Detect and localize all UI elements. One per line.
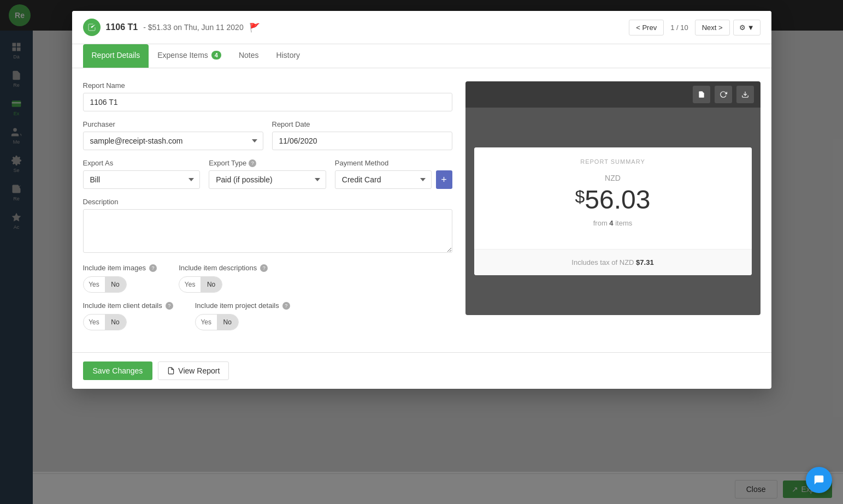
preview-download-button[interactable] [736,86,754,103]
report-card-header: REPORT SUMMARY NZD $56.03 from 4 items [474,147,752,250]
export-row: Export As BillInvoiceJournal Export Type… [83,159,452,198]
export-as-col: Export As BillInvoiceJournal [83,159,201,198]
purchaser-select[interactable]: sample@receipt-stash.com [83,132,263,150]
payment-method-col: Payment Method Credit CardCashBank Trans… [335,159,452,198]
purchaser-col: Purchaser sample@receipt-stash.com [83,120,263,159]
modal-body: Report Name Purchaser sample@receipt-sta… [72,68,771,352]
gear-dropdown-icon: ▼ [747,23,754,32]
chat-button[interactable] [806,467,832,493]
export-type-label: Export Type ? [209,159,326,167]
gear-icon: ⚙ [739,23,746,32]
toggle-client-no[interactable]: No [105,315,126,330]
save-changes-button[interactable]: Save Changes [83,361,153,380]
toggle-desc-no[interactable]: No [201,277,222,292]
preview-toolbar [465,81,761,108]
view-report-button[interactable]: View Report [158,361,229,380]
toggle-project-no[interactable]: No [217,315,238,330]
include-images-help-icon[interactable]: ? [149,264,157,272]
modal-header-left: 1106 T1 - $51.33 on Thu, Jun 11 2020 🚩 [83,19,260,36]
include-project-group: Include item project details ? Yes No [195,301,290,330]
toggle-images-yes[interactable]: Yes [84,277,105,292]
tab-expense-items[interactable]: Expense Items 4 [149,44,230,68]
include-project-label: Include item project details [195,301,279,310]
report-date-col: Report Date [272,120,452,159]
form-section: Report Name Purchaser sample@receipt-sta… [83,81,452,339]
toggle-desc-yes[interactable]: Yes [179,277,201,292]
preview-doc-button[interactable] [693,86,710,103]
include-images-group: Include item images ? Yes No [83,264,157,293]
tax-amount: $7.31 [636,258,654,266]
include-client-toggle[interactable]: Yes No [83,314,127,330]
export-as-select[interactable]: BillInvoiceJournal [83,170,201,189]
report-amount-value: 56.03 [585,185,650,214]
description-textarea[interactable] [83,209,452,253]
tab-history[interactable]: History [268,44,309,68]
report-date-input[interactable] [272,132,452,150]
report-status-icon [83,19,101,36]
report-amount-symbol: $ [575,187,585,206]
payment-method-row: Credit CardCashBank Transfer + [335,170,452,189]
purchaser-label: Purchaser [83,120,263,128]
tab-notes[interactable]: Notes [230,44,268,68]
report-card: REPORT SUMMARY NZD $56.03 from 4 items [474,147,752,275]
report-name-input[interactable] [83,93,452,111]
toggle-project-yes[interactable]: Yes [196,315,217,330]
add-payment-method-button[interactable]: + [436,170,452,189]
prev-button[interactable]: < Prev [629,20,664,35]
report-currency: NZD [485,174,741,182]
include-client-group: Include item client details ? Yes No [83,301,173,330]
include-client-label: Include item client details [83,301,162,310]
flag-button[interactable]: 🚩 [249,22,260,33]
nav-count: 1 / 10 [667,23,692,32]
view-report-icon [167,367,175,375]
modal-report-id: 1106 T1 [106,22,138,32]
include-images-label: Include item images [83,264,146,272]
preview-content: REPORT SUMMARY NZD $56.03 from 4 items [465,108,761,315]
include-descriptions-label: Include item descriptions [179,264,257,272]
report-items: from 4 items [485,219,741,227]
include-descriptions-help-icon[interactable]: ? [260,264,268,272]
toggle-images-no[interactable]: No [105,277,126,292]
export-as-label: Export As [83,159,201,167]
next-button[interactable]: Next > [695,20,730,35]
payment-method-label: Payment Method [335,159,452,167]
report-name-group: Report Name [83,81,452,111]
export-type-select[interactable]: Paid (if possible)UnpaidDraft [209,170,326,189]
report-preview-section: REPORT SUMMARY NZD $56.03 from 4 items [465,81,761,339]
modal-report-subtitle: - $51.33 on Thu, Jun 11 2020 [143,23,243,32]
report-date-label: Report Date [272,120,452,128]
tab-report-details[interactable]: Report Details [83,44,149,68]
modal-header-right: < Prev 1 / 10 Next > ⚙ ▼ [629,20,760,35]
include-descriptions-group: Include item descriptions ? Yes No [179,264,268,293]
payment-method-select[interactable]: Credit CardCashBank Transfer [335,170,432,189]
include-client-help-icon[interactable]: ? [166,302,173,310]
expense-items-badge: 4 [211,51,221,60]
preview-refresh-button[interactable] [715,86,732,103]
export-type-col: Export Type ? Paid (if possible)UnpaidDr… [209,159,326,198]
report-name-label: Report Name [83,81,452,90]
modal-overlay: 1106 T1 - $51.33 on Thu, Jun 11 2020 🚩 <… [0,0,843,504]
toggle-client-yes[interactable]: Yes [84,315,105,330]
toggle-row-2: Include item client details ? Yes No I [83,301,452,330]
purchaser-date-row: Purchaser sample@receipt-stash.com Repor… [83,120,452,159]
modal-footer: Save Changes View Report [72,352,771,389]
modal-tabs: Report Details Expense Items 4 Notes His… [72,44,771,68]
toggle-row-1: Include item images ? Yes No Include i [83,264,452,293]
modal: 1106 T1 - $51.33 on Thu, Jun 11 2020 🚩 <… [72,11,771,389]
export-type-help-icon[interactable]: ? [249,159,256,167]
report-summary-title: REPORT SUMMARY [485,158,741,165]
include-project-toggle[interactable]: Yes No [195,314,239,330]
modal-header: 1106 T1 - $51.33 on Thu, Jun 11 2020 🚩 <… [72,11,771,44]
include-descriptions-toggle[interactable]: Yes No [179,276,222,293]
include-project-help-icon[interactable]: ? [282,302,290,310]
include-images-toggle[interactable]: Yes No [83,276,127,293]
description-label: Description [83,198,452,206]
view-report-label: View Report [178,366,220,375]
report-amount: $56.03 [485,185,741,215]
description-group: Description [83,198,452,255]
report-card-footer: Includes tax of NZD $7.31 [474,250,752,275]
gear-button[interactable]: ⚙ ▼ [733,20,761,35]
